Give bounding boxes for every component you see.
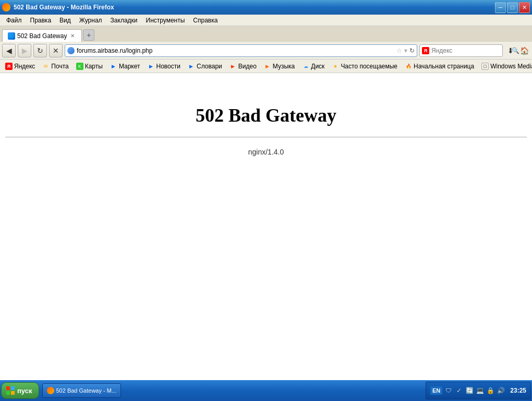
market-icon: ▶ [110, 63, 117, 70]
windows-media-icon: □ [481, 63, 489, 70]
bookmark-dictionaries-label: Словари [197, 63, 222, 70]
news-icon: ▶ [148, 63, 155, 70]
bookmark-yandex-label: Яндекс [14, 63, 35, 70]
error-divider [5, 137, 527, 137]
bookmark-maps-label: Карты [85, 63, 103, 70]
home-button[interactable]: 🏠 [518, 45, 530, 56]
close-button[interactable]: ✕ [519, 2, 530, 13]
title-bar: 502 Bad Gateway - Mozilla Firefox ─ □ ✕ [0, 0, 532, 15]
bookmark-mail-label: Почта [51, 63, 68, 70]
bookmark-windows-media[interactable]: □ Windows Media [478, 62, 532, 71]
search-bar: Я 🔍 [419, 44, 503, 57]
mail-icon: ✉ [42, 63, 50, 70]
menu-tools[interactable]: Инструменты [142, 16, 189, 25]
dictionaries-icon: ▶ [188, 63, 195, 70]
window-title: 502 Bad Gateway - Mozilla Firefox [14, 4, 114, 11]
new-tab-button[interactable]: + [83, 29, 94, 41]
disk-icon: ☁ [302, 63, 309, 70]
address-reload-icon[interactable]: ↻ [409, 47, 415, 54]
bookmark-frequent-label: Часто посещаемые [341, 63, 397, 70]
tab-favicon: 🌐 [8, 32, 15, 40]
bookmark-frequent[interactable]: ★ Часто посещаемые [329, 62, 401, 71]
bookmark-disk-label: Диск [311, 63, 324, 70]
error-title: 502 Bad Gateway [196, 104, 336, 126]
bookmark-news-label: Новости [156, 63, 180, 70]
bookmark-homepage[interactable]: 🔥 Начальная страница [402, 62, 477, 71]
bookmark-dictionaries[interactable]: ▶ Словари [185, 62, 225, 71]
bookmarks-bar: Я Яндекс ✉ Почта К Карты ▶ Маркет ▶ Ново… [0, 60, 532, 73]
bookmark-market-label: Маркет [119, 63, 140, 70]
tab-close-button[interactable]: ✕ [69, 32, 76, 40]
maps-icon: К [76, 63, 83, 70]
tab-active[interactable]: 🌐 502 Bad Gateway ✕ [2, 29, 82, 42]
frequent-icon: ★ [332, 63, 339, 70]
site-security-icon [67, 47, 75, 54]
nav-bar: ◀ ▶ ↻ ✕ ☆ ▾ ↻ Я 🔍 ⬇ 🏠 [0, 42, 532, 60]
bookmark-news[interactable]: ▶ Новости [144, 62, 184, 71]
tab-bar: 🌐 502 Bad Gateway ✕ + [0, 26, 532, 42]
menu-bar: Файл Правка Вид Журнал Закладки Инструме… [0, 15, 532, 26]
homepage-icon: 🔥 [405, 63, 412, 70]
search-input[interactable] [431, 47, 510, 54]
bookmark-mail[interactable]: ✉ Почта [39, 62, 71, 71]
forward-button[interactable]: ▶ [18, 44, 31, 57]
back-button[interactable]: ◀ [2, 44, 16, 57]
bookmark-market[interactable]: ▶ Маркет [107, 62, 143, 71]
download-button[interactable]: ⬇ [505, 45, 516, 56]
bookmark-video[interactable]: ▶ Видео [226, 62, 260, 71]
address-bar: ☆ ▾ ↻ [65, 44, 417, 57]
menu-edit[interactable]: Правка [26, 16, 56, 25]
minimize-button[interactable]: ─ [495, 2, 506, 13]
error-server: nginx/1.4.0 [248, 148, 284, 156]
bookmark-down-icon[interactable]: ▾ [404, 47, 407, 54]
bookmark-music[interactable]: ▶ Музыка [261, 62, 298, 71]
bookmark-music-label: Музыка [273, 63, 295, 70]
maximize-button[interactable]: □ [507, 2, 518, 13]
window-controls: ─ □ ✕ [495, 2, 530, 13]
menu-file[interactable]: Файл [2, 16, 26, 25]
bookmark-star-icon[interactable]: ☆ [396, 47, 402, 54]
title-bar-left: 502 Bad Gateway - Mozilla Firefox [2, 3, 114, 11]
yandex-search-icon: Я [422, 47, 429, 54]
stop-button[interactable]: ✕ [49, 44, 63, 57]
bookmark-video-label: Видео [238, 63, 257, 70]
address-input[interactable] [77, 47, 394, 54]
content-area: 502 Bad Gateway nginx/1.4.0 [0, 73, 532, 380]
yandex-icon: Я [5, 63, 13, 70]
music-icon: ▶ [264, 63, 271, 70]
menu-help[interactable]: Справка [189, 16, 222, 25]
menu-history[interactable]: Журнал [75, 16, 106, 25]
video-icon: ▶ [229, 63, 237, 70]
bookmark-homepage-label: Начальная страница [414, 63, 474, 70]
reload-button[interactable]: ↻ [33, 44, 47, 57]
menu-view[interactable]: Вид [55, 16, 75, 25]
tab-label: 502 Bad Gateway [17, 32, 67, 40]
bookmark-disk[interactable]: ☁ Диск [299, 62, 328, 71]
bookmark-yandex[interactable]: Я Яндекс [2, 62, 38, 71]
bookmark-maps[interactable]: К Карты [73, 62, 106, 71]
menu-bookmarks[interactable]: Закладки [106, 16, 142, 25]
firefox-icon [2, 3, 10, 11]
bookmark-windows-media-label: Windows Media [490, 63, 532, 70]
